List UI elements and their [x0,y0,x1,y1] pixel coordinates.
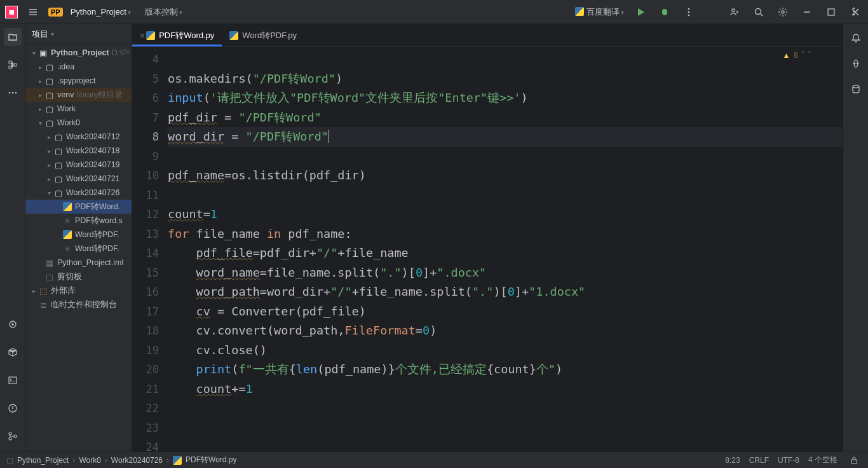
project-name[interactable]: Python_Project▾ [71,7,131,17]
svg-rect-7 [828,9,834,15]
right-tool-stripe [843,24,868,451]
svg-point-20 [853,8,855,10]
settings-button[interactable] [775,4,790,20]
tree-folder-0726[interactable]: ▾▢Work20240726 [25,186,132,200]
services-tool-button[interactable] [4,315,22,333]
editor-area: ×PDF转Word.py Word转PDF.py ▲8 ˆˇ 456789101… [132,24,843,451]
tree-folder-0718[interactable]: ▸▢Work20240718 [25,144,132,158]
tree-folder-0719[interactable]: ▸▢Work20240719 [25,158,132,172]
project-tool-button[interactable] [4,28,22,46]
tree-file-word2pdf-s[interactable]: ≡Word转PDF. [25,242,132,256]
svg-point-21 [853,11,855,13]
editor-body[interactable]: ▲8 ˆˇ 4567891011121314151617181920212223… [132,47,843,451]
debug-button[interactable] [657,4,672,20]
svg-point-3 [688,14,690,16]
svg-point-13 [15,92,17,94]
svg-point-18 [9,437,11,440]
ai-assistant-button[interactable] [848,56,864,71]
status-indent[interactable]: 4 个空格 [808,455,837,465]
svg-point-11 [8,92,10,94]
left-tool-stripe [0,24,25,451]
svg-rect-24 [851,460,857,464]
tree-folder-work[interactable]: ▸▢Work [25,102,132,116]
structure-tool-button[interactable] [4,56,22,74]
project-tree[interactable]: ▾▣Python_ProjectD:\Pr ▸▢.idea ▸▢.spyproj… [25,45,132,451]
svg-point-5 [756,8,761,14]
svg-rect-9 [9,66,11,69]
svg-point-22 [853,14,855,16]
run-config-selector[interactable]: 百度翻译▾ [575,6,624,18]
more-tool-button[interactable] [4,84,22,102]
title-bar: ▦ PP Python_Project▾ 版本控制▾ 百度翻译▾ [0,0,868,24]
tree-file-pdf2word-py[interactable]: PDF转Word. [25,200,132,214]
editor-tab-menu[interactable] [846,4,862,19]
vc-menu[interactable]: 版本控制▾ [145,6,182,18]
svg-rect-15 [9,377,17,383]
tree-file-iml[interactable]: ▦Python_Project.iml [25,256,132,270]
svg-point-1 [688,8,690,10]
database-button[interactable] [848,81,864,97]
tab-pdf2word[interactable]: ×PDF转Word.py [132,24,222,46]
main-menu-button[interactable] [25,4,41,20]
svg-point-23 [853,85,859,88]
code-with-me-button[interactable] [727,4,742,20]
notifications-button[interactable] [848,31,864,46]
more-actions-button[interactable] [681,4,696,20]
tree-folder-spyproject[interactable]: ▸▢.spyproject [25,74,132,88]
editor-tabs: ×PDF转Word.py Word转PDF.py [132,24,843,47]
tree-root[interactable]: ▾▣Python_ProjectD:\Pr [25,46,132,60]
breadcrumbs[interactable]: ▢ Python_Project› Work0› Work20240726› P… [6,455,236,465]
svg-point-6 [782,11,784,13]
status-encoding[interactable]: UTF-8 [778,456,799,465]
project-panel-header[interactable]: 项目▾ [25,24,132,45]
tree-file-word2pdf-py[interactable]: Word转PDF. [25,228,132,242]
status-lock-icon[interactable] [846,453,862,468]
svg-rect-10 [14,64,17,66]
status-line-sep[interactable]: CRLF [749,456,769,465]
chevron-down-icon: ▾ [128,9,131,16]
project-badge: PP [48,8,63,17]
svg-point-0 [663,10,667,14]
svg-point-2 [688,11,690,13]
svg-rect-8 [9,61,11,64]
app-icon: ▦ [5,6,18,18]
maximize-button[interactable] [824,4,839,20]
tree-folder-venv[interactable]: ▸▢venvlibrary根目录 [25,88,132,102]
code-gutter: 456789101112131415161718192021222324 [132,47,168,451]
svg-point-19 [14,435,17,437]
vcs-tool-button[interactable] [4,427,22,445]
svg-point-17 [9,432,11,435]
problems-tool-button[interactable] [4,399,22,417]
python-packages-tool-button[interactable] [4,343,22,361]
project-panel: 项目▾ ▾▣Python_ProjectD:\Pr ▸▢.idea ▸▢.spy… [25,24,132,451]
terminal-tool-button[interactable] [4,371,22,389]
status-bar: ▢ Python_Project› Work0› Work20240726› P… [0,451,868,468]
tree-clipboard[interactable]: ▢剪切板 [25,270,132,284]
status-caret-pos[interactable]: 8:23 [725,456,740,465]
tree-external-libs[interactable]: ▸⬚外部库 [25,284,132,298]
tree-folder-idea[interactable]: ▸▢.idea [25,60,132,74]
code-content[interactable]: os.makedirs("/PDF转Word")input('请把文件放入"PD… [168,47,843,451]
tree-folder-0712[interactable]: ▸▢Work20240712 [25,130,132,144]
minimize-button[interactable] [799,4,815,20]
search-button[interactable] [751,4,766,20]
run-button[interactable] [633,4,648,20]
tree-folder-work0[interactable]: ▾▢Work0 [25,116,132,130]
tree-folder-0721[interactable]: ▸▢Work20240721 [25,172,132,186]
tab-word2pdf[interactable]: Word转PDF.py [222,24,304,46]
tree-scratches[interactable]: ≣临时文件和控制台 [25,298,132,312]
svg-point-4 [732,8,735,11]
svg-point-12 [11,92,13,94]
tab-close-icon[interactable]: × [140,31,145,41]
tree-file-pdf2word-s[interactable]: ≡PDF转word.s [25,214,132,228]
